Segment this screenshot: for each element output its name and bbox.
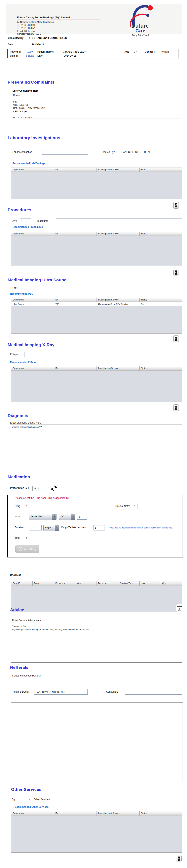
diagnosis-textarea[interactable]: Impress hormonal imbalance ?? [10,425,182,468]
advice-textarea[interactable]: Thyroid profile Gynecological scan, look… [11,624,182,662]
section-title-diagnosis: Diagnosis [8,413,28,418]
procedures-delete-button[interactable] [173,269,179,276]
column-header: Department [11,298,54,302]
drug-list-delete-button[interactable] [176,604,183,612]
other-services-label: Other Services : [34,798,51,801]
table-body[interactable] [11,236,182,266]
referred-by-label: Reffered By : [101,151,115,153]
recommended-lab-testings-link[interactable]: Recommended Lab Testings [12,162,45,165]
section-title-procedures: Procedures [8,208,31,212]
lab-delete-button[interactable] [173,202,179,209]
consultant-input[interactable] [125,689,182,694]
per-meal-input[interactable] [94,525,105,530]
consulted-by-colon: : [29,37,30,39]
section-title-presenting-complaints: Presenting Complaints [8,80,54,85]
uss-input[interactable] [22,286,182,291]
procedures-qty-input[interactable] [20,218,31,224]
trash-icon [175,337,178,341]
table-header-row: Drug IDDrugFequencyWayDurationDuration T… [11,582,182,586]
xray-delete-button[interactable] [173,404,179,411]
table-header-row: DepartmentIDInvestigation/ServiceStatus [11,298,182,302]
lab-testings-table: DepartmentIDInvestigation/ServiceStatus [11,167,182,199]
other-services-input[interactable] [58,797,182,802]
other-services-table: DepartmentIDInvestigation / ServiceStatu… [11,811,182,853]
table-body[interactable] [11,816,182,852]
special-notes-input[interactable] [138,504,157,509]
complaints-textarea[interactable]: Review FBC WBC- 5900 (OK) HB[-13.0 OK, P… [12,93,182,118]
way-dropdown[interactable]: Before Meal ▼ [29,514,57,520]
lab-investigation-input[interactable] [42,150,88,155]
xray-input[interactable] [25,352,182,357]
visit-id-label: Visit ID [10,54,18,57]
duration-unit-value: Day/s [44,525,55,531]
referring-doctor-input[interactable] [34,689,88,694]
recommended-other-services-link[interactable]: Recommended Other Services [13,806,48,808]
heart-icon: ♥ [139,29,141,33]
table-body[interactable]: Ultra Sound786Gynecology Scan ( EV Pelvi… [11,302,182,333]
table-header-row: DepartmentIDInvestigation/ServiceStatus [11,366,182,371]
table-body[interactable] [11,586,182,612]
drug-label: Drug [15,505,20,507]
section-title-other-services: Other Services [11,787,41,792]
table-body[interactable] [11,371,182,402]
other-services-delete-button[interactable] [176,855,182,862]
column-header: Investigation/Service [97,366,140,371]
chevron-down-icon: ▼ [71,514,75,520]
frequency-dropdown[interactable]: OD ▼ [59,514,75,520]
column-header: Note [140,582,161,586]
lab-investigation-label: Lab Investingation : [12,151,33,153]
consultation-page: Future Care by Future Holdings (Pty) Lim… [0,0,187,868]
table-body[interactable] [11,172,182,199]
frequency-qty-input[interactable] [77,514,87,520]
table-header-row: DepartmentIDInvestigation/ServiceStatus [11,168,182,172]
recommended-xrays-link[interactable]: Recommended X-Rays [10,361,36,364]
address-line: Le Chainter,Victoria,Mahe,Seychelles [17,21,100,24]
prescription-id-input[interactable] [32,486,50,491]
prescription-id-label: Prescription ID : [10,487,29,489]
chevron-down-icon: ▼ [55,525,59,531]
recommended-procedures-link[interactable]: Recommended Procedures [12,225,43,228]
way-label: Way [15,515,20,518]
drug-input[interactable] [29,504,109,509]
consulted-by-value: Dr. HANECKY FUENTE REYES [32,37,67,39]
referred-by-value: HANECKY FUENTE REYES [121,151,152,153]
other-qty-input[interactable] [20,797,31,802]
procedures-qty-label: Qty : [12,219,17,222]
duration-input[interactable] [29,525,42,530]
procedures-input-label: Procedures : [36,219,49,222]
column-header: Drug [33,582,54,586]
referral-list-box[interactable] [11,703,183,782]
uss-label: USS : [12,287,19,289]
company-name-rest: Future Holdings (Pty) Limited [35,16,70,19]
column-header: Investigation/Service [97,168,140,172]
add-drug-label: Add Drug [24,548,36,551]
section-title-ultrasound: Medical Imaging Ultra Sound [8,278,67,282]
trash-icon [175,406,178,410]
trash-outline-icon [177,606,182,611]
recommended-uss-link[interactable]: Recommended USS [10,292,33,295]
table-header-row: DepartmentIDInvestigation / ServiceStatu… [11,811,182,816]
total-colon: : [26,536,27,539]
company-address: Le Chainter,Victoria,Mahe,Seychelles T: … [17,21,100,35]
section-title-advice: Advice [10,608,24,612]
consult-date-colon: : [29,43,30,46]
section-title-xray: Medical Imaging X-Ray [8,342,54,347]
logo-word-care: C♥re [120,28,160,34]
duration-label: Duration : [15,526,25,529]
procedures-input[interactable] [56,218,182,224]
plus-circle-icon: + [18,547,23,551]
brand-logo: Future C♥re Body Mind Soul [120,3,160,37]
column-header: Department [11,168,54,172]
add-drug-button[interactable]: + Add Drug [15,545,39,553]
special-notes-label: Special Notes [115,505,130,507]
company-number-line: Company No.8417652-2 [17,32,100,35]
prescription-refresh-button[interactable] [51,485,57,492]
duration-unit-dropdown[interactable]: Day/s ▼ [43,525,59,531]
drug-entry-panel: Please select the Drug from Drug suggess… [7,495,183,557]
special-notes-colon: : [134,505,135,507]
table-row[interactable]: Ultra Sound786Gynecology Scan ( EV Pelvi… [11,302,182,306]
chevron-down-icon: ▼ [52,514,56,520]
uss-delete-button[interactable] [173,335,179,342]
xray-label: X-Rays : [10,353,19,356]
fraction-note: Please add as decimal numbers when addin… [108,526,182,529]
